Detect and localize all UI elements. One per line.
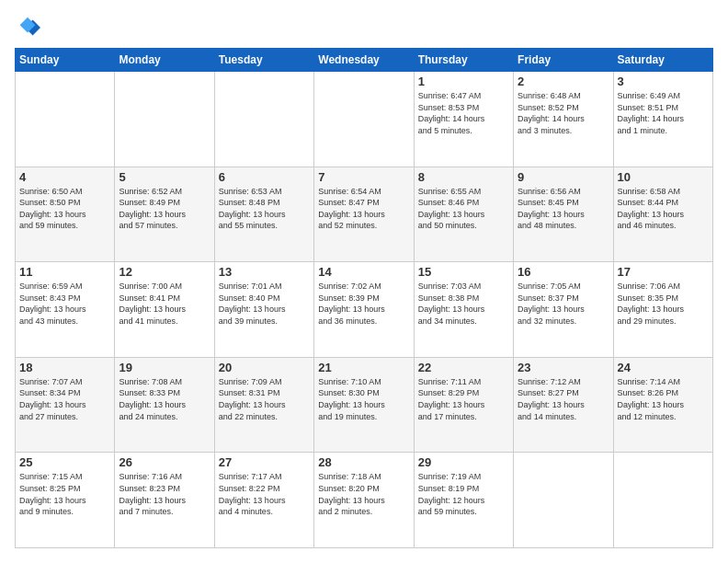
calendar-cell: 19Sunrise: 7:08 AM Sunset: 8:33 PM Dayli… — [115, 357, 214, 453]
day-detail: Sunrise: 7:11 AM Sunset: 8:29 PM Dayligh… — [418, 376, 509, 422]
calendar-cell: 6Sunrise: 6:53 AM Sunset: 8:48 PM Daylig… — [214, 167, 313, 262]
calendar-body: 1Sunrise: 6:47 AM Sunset: 8:53 PM Daylig… — [16, 72, 713, 548]
day-number: 11 — [19, 265, 110, 279]
calendar-week-1: 1Sunrise: 6:47 AM Sunset: 8:53 PM Daylig… — [16, 72, 713, 167]
logo-icon — [15, 15, 40, 40]
day-detail: Sunrise: 7:15 AM Sunset: 8:25 PM Dayligh… — [19, 471, 110, 517]
day-number: 8 — [418, 170, 509, 184]
day-detail: Sunrise: 6:59 AM Sunset: 8:43 PM Dayligh… — [19, 281, 110, 327]
calendar-cell: 28Sunrise: 7:18 AM Sunset: 8:20 PM Dayli… — [314, 453, 414, 548]
day-detail: Sunrise: 7:03 AM Sunset: 8:38 PM Dayligh… — [418, 281, 509, 327]
day-detail: Sunrise: 7:07 AM Sunset: 8:34 PM Dayligh… — [19, 376, 110, 422]
day-number: 18 — [19, 361, 110, 374]
calendar-cell: 7Sunrise: 6:54 AM Sunset: 8:47 PM Daylig… — [314, 167, 414, 262]
logo — [15, 15, 44, 40]
day-detail: Sunrise: 7:09 AM Sunset: 8:31 PM Dayligh… — [219, 376, 310, 422]
day-detail: Sunrise: 6:49 AM Sunset: 8:51 PM Dayligh… — [618, 90, 709, 136]
weekday-header-saturday: Saturday — [613, 49, 712, 72]
day-detail: Sunrise: 7:02 AM Sunset: 8:39 PM Dayligh… — [318, 281, 409, 327]
day-number: 3 — [618, 75, 709, 88]
day-number: 21 — [318, 361, 409, 374]
day-detail: Sunrise: 7:06 AM Sunset: 8:35 PM Dayligh… — [618, 281, 709, 327]
day-number: 6 — [219, 170, 310, 184]
day-detail: Sunrise: 6:53 AM Sunset: 8:48 PM Dayligh… — [219, 186, 310, 232]
day-detail: Sunrise: 6:50 AM Sunset: 8:50 PM Dayligh… — [19, 186, 110, 232]
calendar-cell: 27Sunrise: 7:17 AM Sunset: 8:22 PM Dayli… — [214, 453, 313, 548]
day-detail: Sunrise: 7:01 AM Sunset: 8:40 PM Dayligh… — [219, 281, 310, 327]
calendar-cell: 9Sunrise: 6:56 AM Sunset: 8:45 PM Daylig… — [514, 167, 613, 262]
day-number: 14 — [318, 265, 409, 279]
day-detail: Sunrise: 7:16 AM Sunset: 8:23 PM Dayligh… — [119, 471, 210, 517]
day-number: 4 — [19, 170, 110, 184]
calendar-table: SundayMondayTuesdayWednesdayThursdayFrid… — [15, 48, 713, 548]
calendar-cell: 13Sunrise: 7:01 AM Sunset: 8:40 PM Dayli… — [214, 262, 313, 358]
day-number: 10 — [618, 170, 709, 184]
day-detail: Sunrise: 6:56 AM Sunset: 8:45 PM Dayligh… — [518, 186, 609, 232]
calendar-cell: 1Sunrise: 6:47 AM Sunset: 8:53 PM Daylig… — [414, 72, 513, 167]
calendar-cell: 18Sunrise: 7:07 AM Sunset: 8:34 PM Dayli… — [16, 357, 115, 453]
day-detail: Sunrise: 6:55 AM Sunset: 8:46 PM Dayligh… — [418, 186, 509, 232]
day-detail: Sunrise: 7:17 AM Sunset: 8:22 PM Dayligh… — [219, 471, 310, 517]
calendar-week-5: 25Sunrise: 7:15 AM Sunset: 8:25 PM Dayli… — [16, 453, 713, 548]
weekday-header-tuesday: Tuesday — [214, 49, 313, 72]
calendar-cell: 15Sunrise: 7:03 AM Sunset: 8:38 PM Dayli… — [414, 262, 513, 358]
calendar-cell: 14Sunrise: 7:02 AM Sunset: 8:39 PM Dayli… — [314, 262, 414, 358]
calendar-cell — [16, 72, 115, 167]
day-number: 22 — [418, 361, 509, 374]
calendar-cell — [514, 453, 613, 548]
calendar-week-2: 4Sunrise: 6:50 AM Sunset: 8:50 PM Daylig… — [16, 167, 713, 262]
day-detail: Sunrise: 6:58 AM Sunset: 8:44 PM Dayligh… — [618, 186, 709, 232]
calendar-cell: 17Sunrise: 7:06 AM Sunset: 8:35 PM Dayli… — [613, 262, 712, 358]
calendar-cell: 10Sunrise: 6:58 AM Sunset: 8:44 PM Dayli… — [613, 167, 712, 262]
weekday-header-monday: Monday — [115, 49, 214, 72]
weekday-header-friday: Friday — [514, 49, 613, 72]
weekday-header-sunday: Sunday — [16, 49, 115, 72]
day-detail: Sunrise: 7:18 AM Sunset: 8:20 PM Dayligh… — [318, 471, 409, 517]
calendar-cell — [115, 72, 214, 167]
weekday-header-wednesday: Wednesday — [314, 49, 414, 72]
day-number: 1 — [418, 75, 509, 88]
calendar-cell: 23Sunrise: 7:12 AM Sunset: 8:27 PM Dayli… — [514, 357, 613, 453]
day-detail: Sunrise: 7:12 AM Sunset: 8:27 PM Dayligh… — [518, 376, 609, 422]
calendar-cell — [214, 72, 313, 167]
day-number: 23 — [518, 361, 609, 374]
day-detail: Sunrise: 6:54 AM Sunset: 8:47 PM Dayligh… — [318, 186, 409, 232]
header — [15, 15, 713, 40]
day-number: 29 — [418, 455, 509, 469]
day-number: 27 — [219, 455, 310, 469]
day-detail: Sunrise: 7:14 AM Sunset: 8:26 PM Dayligh… — [618, 376, 709, 422]
calendar-cell: 11Sunrise: 6:59 AM Sunset: 8:43 PM Dayli… — [16, 262, 115, 358]
calendar-header: SundayMondayTuesdayWednesdayThursdayFrid… — [16, 49, 713, 72]
weekday-header-thursday: Thursday — [414, 49, 513, 72]
page: SundayMondayTuesdayWednesdayThursdayFrid… — [0, 0, 728, 563]
day-detail: Sunrise: 6:48 AM Sunset: 8:52 PM Dayligh… — [518, 90, 609, 136]
calendar-cell: 22Sunrise: 7:11 AM Sunset: 8:29 PM Dayli… — [414, 357, 513, 453]
calendar-cell: 8Sunrise: 6:55 AM Sunset: 8:46 PM Daylig… — [414, 167, 513, 262]
calendar-week-3: 11Sunrise: 6:59 AM Sunset: 8:43 PM Dayli… — [16, 262, 713, 358]
calendar-cell: 20Sunrise: 7:09 AM Sunset: 8:31 PM Dayli… — [214, 357, 313, 453]
day-number: 26 — [119, 455, 210, 469]
calendar-cell: 29Sunrise: 7:19 AM Sunset: 8:19 PM Dayli… — [414, 453, 513, 548]
calendar-week-4: 18Sunrise: 7:07 AM Sunset: 8:34 PM Dayli… — [16, 357, 713, 453]
weekday-header-row: SundayMondayTuesdayWednesdayThursdayFrid… — [16, 49, 713, 72]
day-number: 12 — [119, 265, 210, 279]
day-detail: Sunrise: 6:47 AM Sunset: 8:53 PM Dayligh… — [418, 90, 509, 136]
day-number: 17 — [618, 265, 709, 279]
day-detail: Sunrise: 7:19 AM Sunset: 8:19 PM Dayligh… — [418, 471, 509, 517]
calendar-cell: 21Sunrise: 7:10 AM Sunset: 8:30 PM Dayli… — [314, 357, 414, 453]
day-number: 5 — [119, 170, 210, 184]
calendar-cell — [613, 453, 712, 548]
day-detail: Sunrise: 7:05 AM Sunset: 8:37 PM Dayligh… — [518, 281, 609, 327]
day-number: 2 — [518, 75, 609, 88]
calendar-cell: 2Sunrise: 6:48 AM Sunset: 8:52 PM Daylig… — [514, 72, 613, 167]
calendar-cell: 24Sunrise: 7:14 AM Sunset: 8:26 PM Dayli… — [613, 357, 712, 453]
calendar-cell: 3Sunrise: 6:49 AM Sunset: 8:51 PM Daylig… — [613, 72, 712, 167]
calendar-cell: 25Sunrise: 7:15 AM Sunset: 8:25 PM Dayli… — [16, 453, 115, 548]
calendar-cell: 16Sunrise: 7:05 AM Sunset: 8:37 PM Dayli… — [514, 262, 613, 358]
day-detail: Sunrise: 6:52 AM Sunset: 8:49 PM Dayligh… — [119, 186, 210, 232]
day-detail: Sunrise: 7:10 AM Sunset: 8:30 PM Dayligh… — [318, 376, 409, 422]
day-number: 28 — [318, 455, 409, 469]
day-detail: Sunrise: 7:00 AM Sunset: 8:41 PM Dayligh… — [119, 281, 210, 327]
day-number: 15 — [418, 265, 509, 279]
calendar-cell: 5Sunrise: 6:52 AM Sunset: 8:49 PM Daylig… — [115, 167, 214, 262]
